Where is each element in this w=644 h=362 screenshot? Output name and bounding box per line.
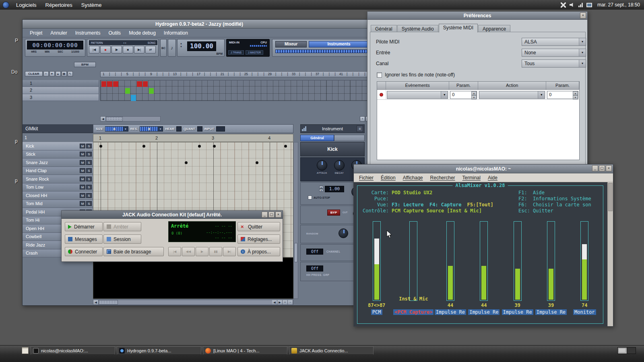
song-pattern-cell[interactable] [107,81,112,87]
song-pattern-cell[interactable] [137,81,142,87]
menubar-item[interactable]: Édition [378,174,398,181]
autostop-checkbox[interactable] [308,195,312,200]
transport-button[interactable]: ◀◀ [182,247,195,256]
instrument-row[interactable]: StickMS [23,150,93,159]
pattern-list-row[interactable]: 1 [23,80,99,87]
timeline-cell[interactable]: 13 [172,72,178,77]
instrument-row[interactable]: KickMS [23,142,93,150]
hydrogen-titlebar[interactable]: Hydrogen 0.9.7-beta2 - Jazzy (modifié) [23,20,376,29]
transport-button[interactable]: ▶ [111,46,122,53]
timeline-cell[interactable]: | [113,72,119,77]
panel-menu[interactable]: Logiciels [12,1,40,9]
note-dot[interactable] [185,161,188,164]
ignore-noteoff-checkbox[interactable] [377,72,382,78]
timeline-cell[interactable]: | [326,72,332,77]
instrument-rack-header[interactable]: Instrument ≡ [300,124,365,133]
menubar-item[interactable]: Outils [105,29,124,37]
timeline-cell[interactable]: | [118,72,124,77]
timeline-cell[interactable]: | [261,72,267,77]
pattern-list-row[interactable]: 2 [23,87,99,94]
action-dropdown[interactable]: ▾ [479,91,545,99]
mute-button[interactable]: M [80,193,85,198]
spin-down-icon[interactable]: ▼ [573,95,578,99]
timeline-cell[interactable]: 37 [314,72,320,77]
table-header[interactable]: Param. [546,82,579,90]
solo-button[interactable]: S [86,168,92,173]
song-tool-button[interactable]: + [43,71,49,76]
spin-down-icon[interactable]: ▼ [471,95,477,99]
zoom-in-button[interactable]: + [360,116,365,121]
instrument-row[interactable]: Hand ClapMS [23,167,93,175]
mixer-channel[interactable]: Inst & Mic <PCM Capture> [393,221,433,318]
song-tool-button[interactable]: ✎ [68,71,73,76]
decay-knob[interactable] [334,160,345,171]
timeline-cell[interactable]: | [130,72,136,77]
quit-button[interactable]: ×Quitter [237,222,280,231]
field-dropdown[interactable]: None▾ [522,49,586,57]
mixer-channel[interactable]: 39Impulse Re [501,221,534,318]
timeline-cell[interactable]: 21 [219,72,225,77]
note-dot[interactable] [284,145,287,148]
timeline-cell[interactable]: | [249,72,255,77]
table-header[interactable]: Param. [449,82,478,90]
maximize-icon[interactable]: ▢ [599,165,605,171]
menubar-item[interactable]: Mode debug [126,29,159,37]
timeline-cell[interactable]: | [273,72,279,77]
timeline-cell[interactable]: | [160,72,166,77]
session-button[interactable]: Session [103,234,141,244]
transport-button[interactable]: ▶ [196,247,208,256]
menubar-item[interactable]: Annuler [47,29,70,37]
mute-button[interactable]: M [80,152,85,156]
pattern-vertical-scrollbar[interactable] [293,142,298,299]
timeline-cell[interactable]: | [356,72,362,77]
terminal-scrollbar[interactable] [607,182,613,326]
mute-button[interactable]: M [80,185,85,189]
timeline-cell[interactable]: | [332,72,338,77]
timeline-cell[interactable]: | [303,72,309,77]
clear-pattern-sequence-button[interactable]: CLEAR [25,71,43,76]
solo-button[interactable]: S [86,160,92,165]
mixer-channel[interactable]: 74Monitor [568,221,601,318]
field-dropdown[interactable]: Tous▾ [522,60,586,68]
timeline-cell[interactable]: | [154,72,160,77]
metronome-button[interactable]: ♪ [168,39,176,57]
timeline-cell[interactable]: | [136,72,142,77]
note-dot[interactable] [213,145,216,148]
size-dropdown[interactable]: 8 ▾ [105,126,128,132]
song-tool-button[interactable]: ▲ [56,71,61,76]
solo-button[interactable]: S [86,185,92,189]
song-tool-button[interactable]: ▼ [50,71,55,76]
display-icon[interactable] [586,3,592,7]
instrument-row[interactable]: Tom MidMS [23,200,93,208]
notes-icon[interactable] [22,347,29,354]
transport-button[interactable]: ▶| [134,46,144,53]
clock[interactable]: mar. 27 sept., 18:50 [597,2,640,8]
panel-menu[interactable]: Système [78,1,105,9]
random-knob[interactable] [339,228,348,238]
timeline-cell[interactable]: | [350,72,356,77]
song-pattern-cell[interactable] [131,95,136,101]
table-header[interactable] [377,82,386,90]
spin-up-icon[interactable]: ▲ [471,91,477,95]
note-dot[interactable] [142,145,145,148]
tab-layers[interactable] [334,135,365,141]
note-dot[interactable] [256,161,258,164]
taskbar-item[interactable]: JACK Audio Connectio... [289,346,374,355]
timeline-cell[interactable]: | [225,72,231,77]
menubar-item[interactable]: Information [161,29,191,37]
mixer-channel[interactable]: 39Impulse Re [534,221,568,318]
timeline-cell[interactable]: | [255,72,261,77]
timeline-cell[interactable]: | [213,72,219,77]
instrument-row[interactable]: Snare JazzMS [23,158,93,167]
close-icon[interactable]: × [580,12,586,19]
maximize-icon[interactable]: ▢ [268,212,275,218]
pattern-list-row[interactable]: 3 [23,94,99,101]
pattern-song-toggle[interactable]: PATTERN ▪▪ SONG [89,40,157,45]
mixer-button[interactable]: Mixeur [275,41,307,47]
mute-button[interactable]: M [80,160,85,165]
minimize-icon[interactable]: _ [262,212,268,218]
menubar-item[interactable]: Instruments [72,29,104,37]
hear-toggle[interactable] [176,126,182,132]
note-dot[interactable] [99,145,102,148]
minimize-icon[interactable]: _ [592,165,598,171]
